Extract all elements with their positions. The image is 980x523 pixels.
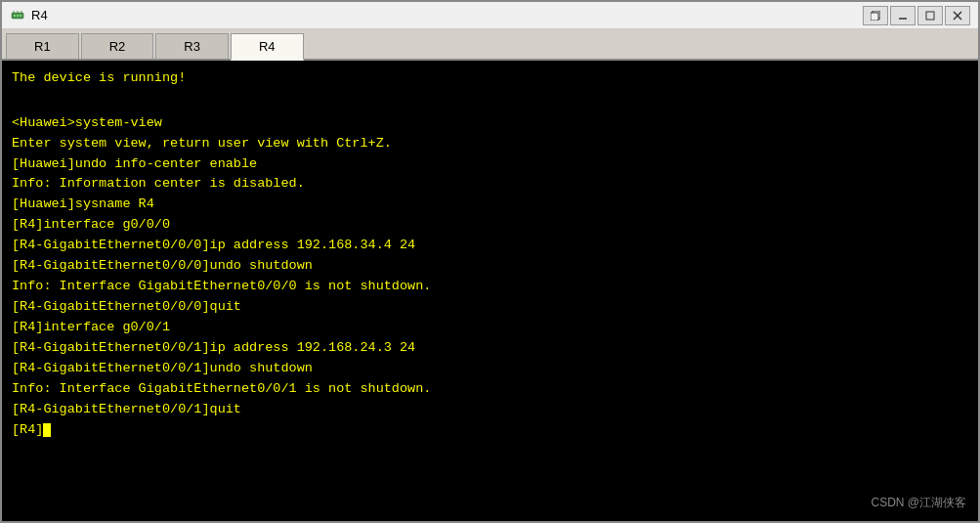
title-bar-left: R4 (10, 8, 48, 23)
terminal-line: [Huawei]undo info-center enable (12, 154, 968, 175)
window-frame: R4 (0, 0, 980, 523)
terminal-line: Info: Information center is disabled. (12, 174, 968, 195)
window-title: R4 (31, 8, 48, 22)
terminal-line: [R4-GigabitEthernet0/0/1]undo shutdown (12, 359, 968, 379)
terminal-line: [R4-GigabitEthernet0/0/1]ip address 192.… (12, 338, 968, 359)
terminal-line: Enter system view, return user view with… (12, 134, 968, 154)
tab-r3[interactable]: R3 (155, 33, 229, 59)
svg-point-3 (20, 15, 21, 17)
terminal-line: [R4-GigabitEthernet0/0/1]quit (12, 400, 968, 420)
maximize-icon (925, 11, 935, 21)
tab-r2[interactable]: R2 (81, 33, 154, 59)
terminal-line: [R4-GigabitEthernet0/0/0]undo shutdown (12, 256, 968, 277)
watermark: CSDN @江湖侠客 (871, 495, 966, 511)
terminal-line: [Huawei]sysname R4 (12, 195, 968, 215)
minimize-button[interactable] (890, 6, 916, 25)
app-window: R4 (0, 0, 980, 523)
terminal-line: [R4-GigabitEthernet0/0/0]quit (12, 297, 968, 318)
terminal-line: [R4-GigabitEthernet0/0/0]ip address 192.… (12, 236, 968, 256)
maximize-button[interactable] (917, 6, 943, 25)
window-controls (863, 6, 970, 25)
svg-rect-8 (871, 13, 878, 21)
svg-point-1 (14, 15, 16, 17)
terminal-area[interactable]: The device is running!<Huawei>system-vie… (2, 61, 978, 521)
close-icon (953, 11, 962, 21)
terminal-line: Info: Interface GigabitEthernet0/0/0 is … (12, 277, 968, 297)
svg-rect-10 (926, 12, 934, 20)
router-icon (10, 8, 25, 23)
terminal-line: [R4]interface g0/0/0 (12, 215, 968, 236)
tab-r1[interactable]: R1 (6, 33, 79, 59)
restore-button[interactable] (863, 6, 888, 25)
restore-icon (871, 11, 880, 21)
title-bar: R4 (2, 2, 978, 29)
tab-r4[interactable]: R4 (231, 33, 304, 61)
minimize-icon (898, 11, 908, 21)
terminal-line: [R4]interface g0/0/1 (12, 318, 968, 338)
terminal-empty-line (12, 89, 968, 113)
terminal-line: <Huawei>system-view (12, 113, 968, 134)
close-button[interactable] (945, 6, 970, 25)
terminal-cursor (43, 423, 51, 437)
terminal-line: Info: Interface GigabitEthernet0/0/1 is … (12, 379, 968, 400)
svg-point-2 (17, 15, 19, 17)
tab-bar: R1 R2 R3 R4 (2, 29, 978, 61)
terminal-line: [R4] (12, 420, 968, 441)
terminal-line: The device is running! (12, 68, 968, 89)
